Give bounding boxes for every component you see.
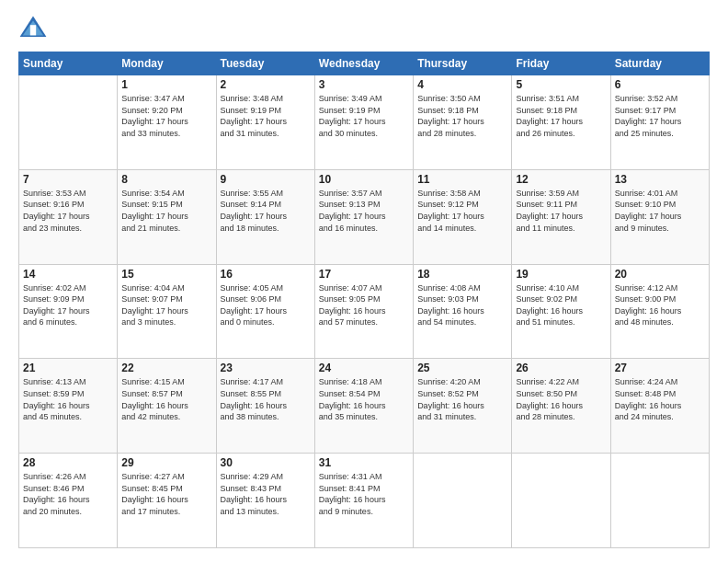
week-row-4: 21Sunrise: 4:13 AM Sunset: 8:59 PM Dayli…: [19, 359, 710, 454]
day-number: 11: [417, 173, 507, 186]
day-info: Sunrise: 4:04 AM Sunset: 9:07 PM Dayligh…: [121, 282, 211, 328]
day-number: 3: [319, 78, 409, 91]
logo-icon: [18, 15, 48, 40]
day-number: 27: [615, 362, 705, 374]
calendar-cell: 21Sunrise: 4:13 AM Sunset: 8:59 PM Dayli…: [19, 359, 118, 454]
weekday-header-row: SundayMondayTuesdayWednesdayThursdayFrid…: [19, 52, 710, 75]
calendar-cell: 24Sunrise: 4:18 AM Sunset: 8:54 PM Dayli…: [314, 359, 413, 454]
week-row-1: 1Sunrise: 3:47 AM Sunset: 9:20 PM Daylig…: [19, 75, 710, 170]
week-row-2: 7Sunrise: 3:53 AM Sunset: 9:16 PM Daylig…: [19, 169, 710, 264]
calendar-cell: 2Sunrise: 3:48 AM Sunset: 9:19 PM Daylig…: [216, 75, 314, 170]
calendar-cell: 30Sunrise: 4:29 AM Sunset: 8:43 PM Dayli…: [216, 454, 314, 548]
calendar-cell: 18Sunrise: 4:08 AM Sunset: 9:03 PM Dayli…: [414, 264, 512, 359]
day-info: Sunrise: 3:53 AM Sunset: 9:16 PM Dayligh…: [23, 188, 113, 234]
day-number: 21: [23, 362, 113, 374]
calendar-cell: 26Sunrise: 4:22 AM Sunset: 8:50 PM Dayli…: [512, 359, 610, 454]
calendar-cell: 4Sunrise: 3:50 AM Sunset: 9:18 PM Daylig…: [414, 75, 512, 170]
day-info: Sunrise: 3:47 AM Sunset: 9:20 PM Dayligh…: [121, 93, 211, 139]
day-info: Sunrise: 4:08 AM Sunset: 9:03 PM Dayligh…: [417, 282, 507, 328]
calendar-cell: 9Sunrise: 3:55 AM Sunset: 9:14 PM Daylig…: [216, 169, 314, 264]
day-info: Sunrise: 4:29 AM Sunset: 8:43 PM Dayligh…: [221, 471, 311, 517]
day-info: Sunrise: 3:48 AM Sunset: 9:19 PM Dayligh…: [221, 93, 311, 139]
calendar-cell: 15Sunrise: 4:04 AM Sunset: 9:07 PM Dayli…: [118, 264, 216, 359]
day-info: Sunrise: 4:05 AM Sunset: 9:06 PM Dayligh…: [221, 282, 311, 328]
day-number: 25: [417, 362, 507, 374]
day-info: Sunrise: 4:10 AM Sunset: 9:02 PM Dayligh…: [516, 282, 606, 328]
day-info: Sunrise: 3:49 AM Sunset: 9:19 PM Dayligh…: [319, 93, 409, 139]
calendar-cell: 5Sunrise: 3:51 AM Sunset: 9:18 PM Daylig…: [512, 75, 610, 170]
weekday-tuesday: Tuesday: [216, 52, 314, 75]
day-number: 23: [221, 362, 311, 374]
weekday-friday: Friday: [512, 52, 610, 75]
day-info: Sunrise: 4:17 AM Sunset: 8:55 PM Dayligh…: [221, 376, 311, 422]
calendar-cell: 27Sunrise: 4:24 AM Sunset: 8:48 PM Dayli…: [610, 359, 709, 454]
day-number: 15: [121, 268, 211, 281]
weekday-monday: Monday: [118, 52, 216, 75]
calendar-cell: 13Sunrise: 4:01 AM Sunset: 9:10 PM Dayli…: [610, 169, 709, 264]
day-number: 1: [121, 78, 211, 91]
day-info: Sunrise: 4:26 AM Sunset: 8:46 PM Dayligh…: [23, 471, 113, 517]
calendar-cell: 20Sunrise: 4:12 AM Sunset: 9:00 PM Dayli…: [610, 264, 709, 359]
day-number: 14: [23, 268, 113, 281]
day-info: Sunrise: 4:20 AM Sunset: 8:52 PM Dayligh…: [417, 376, 507, 422]
day-number: 8: [121, 173, 211, 186]
header: [18, 15, 710, 40]
calendar-cell: [610, 454, 709, 548]
calendar-cell: 23Sunrise: 4:17 AM Sunset: 8:55 PM Dayli…: [216, 359, 314, 454]
day-info: Sunrise: 4:12 AM Sunset: 9:00 PM Dayligh…: [615, 282, 705, 328]
day-number: 5: [516, 78, 606, 91]
day-number: 7: [23, 173, 113, 186]
day-info: Sunrise: 3:50 AM Sunset: 9:18 PM Dayligh…: [417, 93, 507, 139]
day-number: 30: [221, 456, 311, 469]
calendar-cell: [414, 454, 512, 548]
day-number: 24: [319, 362, 409, 374]
day-info: Sunrise: 3:57 AM Sunset: 9:13 PM Dayligh…: [319, 188, 409, 234]
calendar-cell: 16Sunrise: 4:05 AM Sunset: 9:06 PM Dayli…: [216, 264, 314, 359]
calendar-cell: 17Sunrise: 4:07 AM Sunset: 9:05 PM Dayli…: [314, 264, 413, 359]
weekday-sunday: Sunday: [19, 52, 118, 75]
calendar-cell: 22Sunrise: 4:15 AM Sunset: 8:57 PM Dayli…: [118, 359, 216, 454]
day-number: 13: [615, 173, 705, 186]
calendar-cell: 11Sunrise: 3:58 AM Sunset: 9:12 PM Dayli…: [414, 169, 512, 264]
calendar-cell: 28Sunrise: 4:26 AM Sunset: 8:46 PM Dayli…: [19, 454, 118, 548]
calendar-cell: 12Sunrise: 3:59 AM Sunset: 9:11 PM Dayli…: [512, 169, 610, 264]
day-number: 9: [221, 173, 311, 186]
logo: [18, 15, 51, 40]
day-number: 20: [615, 268, 705, 281]
weekday-wednesday: Wednesday: [314, 52, 413, 75]
day-info: Sunrise: 4:15 AM Sunset: 8:57 PM Dayligh…: [121, 376, 211, 422]
day-info: Sunrise: 3:52 AM Sunset: 9:17 PM Dayligh…: [615, 93, 705, 139]
calendar-cell: 29Sunrise: 4:27 AM Sunset: 8:45 PM Dayli…: [118, 454, 216, 548]
page: SundayMondayTuesdayWednesdayThursdayFrid…: [0, 0, 728, 563]
day-info: Sunrise: 3:51 AM Sunset: 9:18 PM Dayligh…: [516, 93, 606, 139]
day-info: Sunrise: 3:58 AM Sunset: 9:12 PM Dayligh…: [417, 188, 507, 234]
day-info: Sunrise: 3:55 AM Sunset: 9:14 PM Dayligh…: [221, 188, 311, 234]
day-number: 22: [121, 362, 211, 374]
day-number: 6: [615, 78, 705, 91]
day-info: Sunrise: 4:22 AM Sunset: 8:50 PM Dayligh…: [516, 376, 606, 422]
day-number: 31: [319, 456, 409, 469]
calendar-cell: 19Sunrise: 4:10 AM Sunset: 9:02 PM Dayli…: [512, 264, 610, 359]
day-number: 10: [319, 173, 409, 186]
day-number: 4: [417, 78, 507, 91]
day-info: Sunrise: 3:54 AM Sunset: 9:15 PM Dayligh…: [121, 188, 211, 234]
weekday-thursday: Thursday: [414, 52, 512, 75]
day-info: Sunrise: 4:27 AM Sunset: 8:45 PM Dayligh…: [121, 471, 211, 517]
day-info: Sunrise: 4:31 AM Sunset: 8:41 PM Dayligh…: [319, 471, 409, 517]
calendar-cell: 25Sunrise: 4:20 AM Sunset: 8:52 PM Dayli…: [414, 359, 512, 454]
day-info: Sunrise: 4:18 AM Sunset: 8:54 PM Dayligh…: [319, 376, 409, 422]
day-number: 18: [417, 268, 507, 281]
week-row-5: 28Sunrise: 4:26 AM Sunset: 8:46 PM Dayli…: [19, 454, 710, 548]
day-number: 29: [121, 456, 211, 469]
day-info: Sunrise: 3:59 AM Sunset: 9:11 PM Dayligh…: [516, 188, 606, 234]
week-row-3: 14Sunrise: 4:02 AM Sunset: 9:09 PM Dayli…: [19, 264, 710, 359]
day-info: Sunrise: 4:07 AM Sunset: 9:05 PM Dayligh…: [319, 282, 409, 328]
calendar-cell: 7Sunrise: 3:53 AM Sunset: 9:16 PM Daylig…: [19, 169, 118, 264]
day-number: 26: [516, 362, 606, 374]
day-number: 19: [516, 268, 606, 281]
weekday-saturday: Saturday: [610, 52, 709, 75]
calendar-cell: 31Sunrise: 4:31 AM Sunset: 8:41 PM Dayli…: [314, 454, 413, 548]
day-info: Sunrise: 4:24 AM Sunset: 8:48 PM Dayligh…: [615, 376, 705, 422]
calendar-cell: [19, 75, 118, 170]
day-number: 2: [221, 78, 311, 91]
